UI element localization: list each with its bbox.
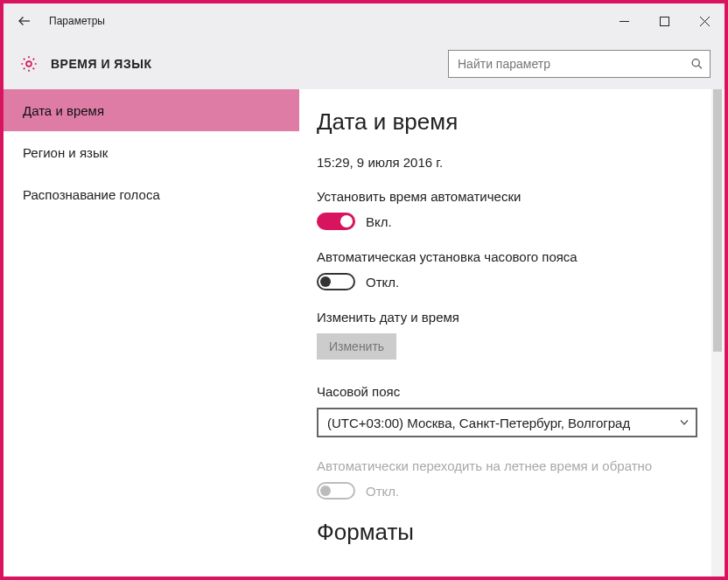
auto-tz-toggle[interactable] xyxy=(317,273,355,290)
sidebar-item-label: Регион и язык xyxy=(23,145,108,160)
content-pane: Дата и время 15:29, 9 июля 2016 г. Устан… xyxy=(299,89,724,577)
gear-icon xyxy=(19,54,38,73)
window-title: Параметры xyxy=(49,15,105,27)
category-title: ВРЕМЯ И ЯЗЫК xyxy=(51,57,151,71)
svg-point-5 xyxy=(26,61,32,66)
auto-time-state: Вкл. xyxy=(366,214,392,229)
search-input[interactable] xyxy=(448,50,710,78)
sidebar-item-region-language[interactable]: Регион и язык xyxy=(4,131,299,173)
change-button: Изменить xyxy=(317,333,396,360)
search-box[interactable] xyxy=(448,50,710,78)
sidebar: Дата и время Регион и язык Распознавание… xyxy=(4,89,299,577)
window-controls xyxy=(604,5,724,37)
back-button[interactable] xyxy=(14,10,35,31)
auto-tz-label: Автоматическая установка часового пояса xyxy=(317,249,707,264)
auto-tz-state: Откл. xyxy=(366,275,399,290)
change-dt-label: Изменить дату и время xyxy=(317,310,707,325)
auto-time-toggle-row: Вкл. xyxy=(317,213,707,230)
dst-toggle-row: Откл. xyxy=(317,482,707,500)
dst-state: Откл. xyxy=(366,484,399,499)
current-datetime: 15:29, 9 июля 2016 г. xyxy=(317,155,707,170)
body: Дата и время Регион и язык Распознавание… xyxy=(4,89,724,577)
page-heading: Дата и время xyxy=(317,108,707,136)
minimize-button[interactable] xyxy=(604,5,644,37)
auto-time-label: Установить время автоматически xyxy=(317,189,707,204)
auto-tz-toggle-row: Откл. xyxy=(317,273,707,290)
timezone-label: Часовой пояс xyxy=(317,384,707,399)
timezone-value: (UTC+03:00) Москва, Санкт-Петербург, Вол… xyxy=(327,416,630,430)
svg-rect-2 xyxy=(660,17,668,25)
sidebar-item-label: Распознавание голоса xyxy=(23,187,160,202)
maximize-button[interactable] xyxy=(644,5,684,37)
vertical-scrollbar[interactable] xyxy=(711,89,724,577)
settings-window: Параметры ВРЕМЯ И ЯЗЫК xyxy=(0,0,728,580)
timezone-dropdown[interactable]: (UTC+03:00) Москва, Санкт-Петербург, Вол… xyxy=(317,408,697,437)
auto-time-toggle[interactable] xyxy=(317,213,355,230)
svg-line-7 xyxy=(698,65,701,67)
dst-label: Автоматически переходить на летнее время… xyxy=(317,458,707,473)
dst-toggle xyxy=(317,482,355,500)
close-button[interactable] xyxy=(684,5,724,37)
header-row: ВРЕМЯ И ЯЗЫК xyxy=(4,38,724,89)
sidebar-item-label: Дата и время xyxy=(23,103,104,118)
sidebar-item-date-time[interactable]: Дата и время xyxy=(4,89,299,131)
formats-heading: Форматы xyxy=(317,519,707,546)
sidebar-item-speech[interactable]: Распознавание голоса xyxy=(4,173,299,215)
search-icon xyxy=(690,57,704,70)
chevron-down-icon xyxy=(680,420,689,426)
svg-point-6 xyxy=(692,59,699,66)
titlebar: Параметры xyxy=(4,3,724,38)
